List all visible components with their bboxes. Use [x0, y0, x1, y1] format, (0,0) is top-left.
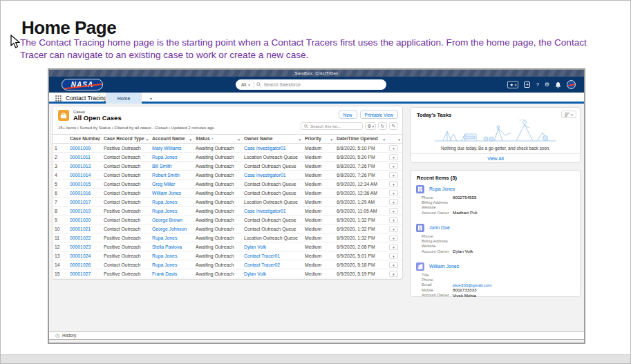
case-number-link[interactable]: 00001021 [70, 227, 91, 231]
edit-button[interactable]: ✎ [389, 122, 398, 130]
row-actions-button[interactable]: ▾ [389, 181, 398, 187]
case-number-link[interactable]: 00001009 [70, 146, 91, 151]
case-record-type: Contact Outreach [102, 162, 150, 171]
user-avatar[interactable] [567, 80, 576, 89]
account-name-link[interactable]: William Jones [152, 191, 181, 195]
col-owner-name[interactable]: ▾Owner Name [242, 135, 303, 144]
case-number-link[interactable]: 00001026 [70, 262, 91, 267]
recent-item-link[interactable]: William Jones [429, 264, 459, 269]
owner-name[interactable]: Dylan Volk [244, 245, 266, 249]
row-actions-button[interactable]: ▾ [389, 244, 398, 250]
refresh-button[interactable]: ↻ [378, 122, 387, 130]
owner-name[interactable]: Case Investigator01 [244, 209, 285, 213]
account-name-link[interactable]: Stella Pavlova [152, 245, 182, 249]
case-number-link[interactable]: 00001024 [70, 253, 91, 258]
account-name-link[interactable]: Bill Smith [152, 164, 171, 169]
list-search-input[interactable]: Search this list... [301, 122, 363, 130]
case-number-link[interactable]: 00001019 [70, 209, 91, 213]
row-actions-button[interactable]: ▾ [389, 199, 398, 205]
global-actions-button[interactable]: + [524, 82, 530, 88]
case-number-link[interactable]: 00001022 [70, 236, 91, 240]
notifications-bell-icon[interactable] [555, 82, 561, 88]
row-actions-button[interactable]: ▾ [389, 163, 398, 169]
list-settings-button[interactable]: ⚙ ▾ [365, 122, 376, 130]
account-name-link[interactable]: Rupa Jones [152, 155, 177, 160]
row-actions-button[interactable]: ▾ [389, 262, 398, 268]
col-case-number[interactable]: ▾Case Number [68, 135, 102, 144]
account-name-link[interactable]: George Johnson [152, 227, 187, 231]
recent-item-link[interactable]: Rupa Jones [429, 186, 455, 191]
new-button[interactable]: New [339, 111, 357, 119]
row-actions-button[interactable]: ▾ [389, 190, 398, 196]
account-name-link[interactable]: Robert Smith [152, 173, 180, 178]
account-name-link[interactable]: Rupa Jones [152, 209, 177, 213]
row-actions-button[interactable]: ▾ [389, 145, 398, 151]
setup-gear-button[interactable]: ⚙ [545, 82, 549, 88]
recent-items-card: Recent Items (3) Rupa Jones Phone 800275… [411, 170, 581, 297]
case-number-link[interactable]: 00001014 [70, 173, 91, 178]
case-number-link[interactable]: 00001015 [70, 182, 91, 186]
owner-name[interactable]: Location Outreach Queue [244, 200, 298, 204]
col-date-time-opened[interactable]: ▾Date/Time Opened [335, 135, 387, 144]
row-actions-button[interactable]: ▾ [389, 154, 398, 160]
case-status: Awaiting Outreach [194, 153, 242, 162]
case-number-link[interactable]: 00001013 [70, 164, 91, 169]
tasks-view-all-link[interactable]: View All [411, 153, 580, 162]
owner-name[interactable]: Contact Outreach Queue [244, 218, 296, 222]
case-number-link[interactable]: 00001027 [70, 271, 91, 276]
owner-name[interactable]: Contact Tracer02 [244, 262, 280, 267]
row-actions-button[interactable]: ▾ [389, 172, 398, 178]
tab-chevron-down-icon[interactable]: ▾ [150, 96, 152, 101]
app-launcher-icon[interactable] [55, 95, 62, 102]
case-number-link[interactable]: 00001017 [70, 200, 91, 204]
owner-name[interactable]: Contact Tracer01 [244, 253, 280, 258]
owner-name[interactable]: Contact Outreach Queue [244, 182, 296, 186]
history-utility-button[interactable]: History [62, 333, 76, 338]
tab-home[interactable]: Home [106, 93, 142, 104]
account-name-link[interactable]: Rupa Jones [152, 262, 177, 267]
col-status[interactable]: ▾Status ↑ [194, 135, 242, 144]
account-name-link[interactable]: Rupa Jones [152, 236, 177, 240]
refresh-icon: ↻ [381, 124, 385, 129]
owner-name[interactable]: Location Outreach Queue [244, 155, 298, 160]
case-number-link[interactable]: 00001020 [70, 218, 91, 222]
row-actions-button[interactable]: ▾ [389, 217, 398, 223]
account-name-link[interactable]: Rupa Jones [152, 200, 177, 204]
row-actions-button[interactable]: ▾ [389, 208, 398, 214]
owner-name[interactable]: Contact Outreach Queue [244, 164, 296, 169]
account-name-link[interactable]: Greg Miller [152, 182, 175, 186]
tasks-sort-button[interactable]: ▾ [561, 111, 576, 118]
recent-item: William Jones Title Phone [411, 262, 580, 303]
account-name-link[interactable]: Frank Davis [152, 271, 177, 276]
case-number-link[interactable]: 00001016 [70, 191, 91, 195]
account-name-link[interactable]: Mary Williams [152, 146, 181, 151]
case-status: Awaiting Outreach [194, 180, 242, 189]
account-name-link[interactable]: George Brown [152, 218, 182, 222]
case-number-link[interactable]: 00001011 [70, 155, 91, 160]
row-actions-button[interactable]: ▾ [389, 271, 398, 277]
owner-name[interactable]: Contact Outreach Queue [244, 191, 296, 195]
col-priority[interactable]: ▾Priority [303, 135, 335, 144]
owner-name[interactable]: Dylan Volk [244, 271, 266, 276]
owner-name[interactable]: Contact Outreach Queue [244, 227, 296, 231]
owner-name[interactable]: Location Outreach Queue [244, 236, 298, 240]
help-button[interactable]: ? [536, 82, 538, 88]
account-name-link[interactable]: Rupa Jones [152, 253, 177, 258]
recent-item-link[interactable]: John Doe [429, 225, 450, 230]
col-actions[interactable]: ▾ [387, 135, 402, 144]
favorites-button[interactable]: ★ ▾ [507, 81, 518, 88]
case-number-link[interactable]: 00001023 [70, 245, 91, 249]
owner-name[interactable]: Case Investigator01 [244, 173, 285, 178]
owner-name[interactable]: Case Investigator01 [244, 146, 285, 151]
col-case-record-type[interactable]: ▾Case Record Type [102, 135, 150, 144]
row-actions-button[interactable]: ▾ [389, 253, 398, 259]
row-actions-button[interactable]: ▾ [389, 235, 398, 241]
case-status: Awaiting Outreach [194, 171, 242, 180]
printable-view-button[interactable]: Printable View [360, 111, 398, 119]
col-account-name[interactable]: ▾Account Name [150, 135, 194, 144]
search-scope-dropdown[interactable]: All ▾ [236, 82, 254, 87]
list-view-title[interactable]: All Open Cases [73, 114, 122, 122]
global-search[interactable]: All ▾ Search Salesforce [236, 79, 386, 90]
row-actions-button[interactable]: ▾ [389, 226, 398, 232]
case-row: 3 00001013 Contact Outreach Bill Smith A… [53, 162, 402, 171]
